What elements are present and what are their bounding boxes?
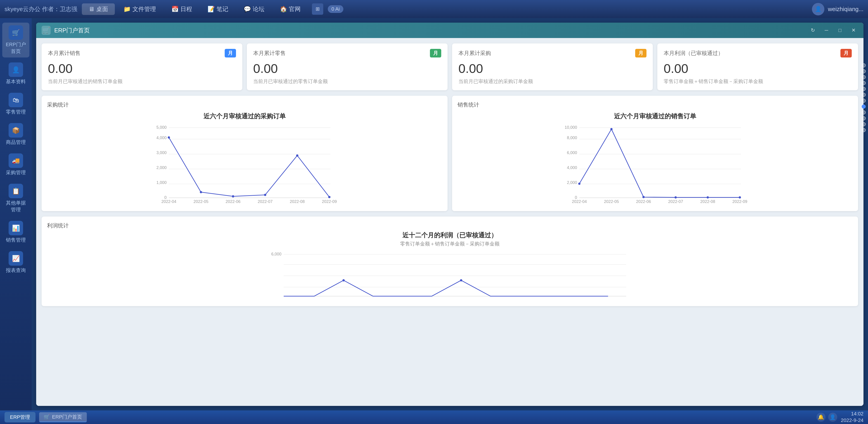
svg-point-23 xyxy=(296,154,298,157)
stat-value-1: 0.00 xyxy=(253,61,441,76)
sidebar-item-report[interactable]: 📈报表查询 xyxy=(2,248,29,277)
taskbar-app-erp-home-tab[interactable]: 🛒ERP门户首页 xyxy=(39,412,87,422)
close-button[interactable]: ✕ xyxy=(849,26,858,35)
user-area: 👤 weizhiqiang... xyxy=(812,3,864,16)
svg-text:2022-05: 2022-05 xyxy=(193,199,209,204)
window-controls: ↻ ─ □ ✕ xyxy=(808,26,858,35)
stat-card-monthly-retail: 本月累计零售 月 0.00 当前月已审核通过的零售订单金额 xyxy=(247,44,447,90)
screen-icon[interactable]: ⊞ xyxy=(312,3,323,15)
svg-text:2022-04: 2022-04 xyxy=(161,199,176,204)
nav-item-filemanager[interactable]: 📁文件管理 xyxy=(117,3,163,15)
nav-item-notes[interactable]: 📝笔记 xyxy=(201,3,235,15)
scroll-dot-1[interactable] xyxy=(862,69,866,73)
scroll-dot-0[interactable] xyxy=(862,63,866,67)
svg-text:2022-05: 2022-05 xyxy=(604,199,619,204)
svg-text:2022-09: 2022-09 xyxy=(733,199,747,204)
start-button[interactable]: ERP管理 xyxy=(4,412,35,422)
sidebar-label-retail: 零售管理 xyxy=(6,109,26,115)
scroll-dot-11[interactable] xyxy=(862,128,866,132)
scroll-dot-2[interactable] xyxy=(862,75,866,79)
stat-badge-3: 月 xyxy=(840,49,852,57)
sidebar-item-sales[interactable]: 📊销售管理 xyxy=(2,218,29,246)
scroll-dot-10[interactable] xyxy=(862,122,866,126)
svg-point-21 xyxy=(232,195,234,198)
stat-desc-1: 当前月已审核通过的零售订单金额 xyxy=(253,78,441,85)
svg-text:2022-09: 2022-09 xyxy=(322,199,337,204)
svg-point-19 xyxy=(168,136,170,139)
stat-desc-0: 当前月已审核通过的销售订单金额 xyxy=(48,78,236,85)
svg-point-58 xyxy=(460,279,462,281)
svg-point-22 xyxy=(264,194,266,196)
stat-card-monthly-profit: 本月利润（已审核通过） 月 0.00 零售订单金额＋销售订单金额－采购订单金额 xyxy=(657,44,858,90)
sidebar-label-basic: 基本资料 xyxy=(6,78,26,85)
charts-row: 采购统计 近六个月审核通过的采购订单 0 1,000 2,000 3,000 4… xyxy=(41,96,858,211)
scroll-dot-9[interactable] xyxy=(862,116,866,120)
sidebar: 🛒ERP门户首页👤基本资料🛍零售管理📦商品管理🚚采购管理📋其他单据管理📊销售管理… xyxy=(0,18,32,411)
stat-value-0: 0.00 xyxy=(48,61,236,76)
svg-text:2,000: 2,000 xyxy=(567,180,577,185)
svg-text:6,000: 6,000 xyxy=(567,150,577,155)
minimize-button[interactable]: ─ xyxy=(822,26,831,35)
sidebar-icon-purchase: 🚚 xyxy=(8,153,23,168)
window-title-icon: 🛒 xyxy=(41,26,51,35)
nav-item-desktop[interactable]: 🖥桌面 xyxy=(82,3,115,15)
svg-point-49 xyxy=(739,196,741,199)
svg-text:2022-07: 2022-07 xyxy=(258,199,273,204)
sidebar-item-retail[interactable]: 🛍零售管理 xyxy=(2,90,29,118)
taskbar-bottom: ERP管理 🛒ERP门户首页 🔔 👤 14:02 2022-9-24 xyxy=(0,411,868,424)
nav-item-official[interactable]: 🏠官网 xyxy=(273,3,307,15)
svg-text:4,000: 4,000 xyxy=(156,136,166,140)
bottom-time: 14:02 2022-9-24 xyxy=(841,411,864,424)
sidebar-item-basic[interactable]: 👤基本资料 xyxy=(2,60,29,88)
maximize-button[interactable]: □ xyxy=(835,26,844,35)
purchase-section-title: 采购统计 xyxy=(47,101,442,108)
scroll-dot-6[interactable] xyxy=(862,98,866,103)
refresh-button[interactable]: ↻ xyxy=(808,26,817,35)
svg-point-44 xyxy=(578,182,581,185)
svg-text:2022-04: 2022-04 xyxy=(572,199,587,204)
scroll-dot-5[interactable] xyxy=(862,93,866,97)
scroll-dot-7[interactable] xyxy=(862,105,866,109)
stat-badge-2: 月 xyxy=(635,49,647,57)
sales-chart-svg: 0 2,000 4,000 6,000 8,000 10,000 xyxy=(458,124,852,206)
sidebar-icon-basic: 👤 xyxy=(8,62,23,77)
sidebar-item-erp-home[interactable]: 🛒ERP门户首页 xyxy=(2,23,29,57)
date-display: 2022-9-24 xyxy=(841,417,864,424)
profit-chart-subtitle: 零售订单金额＋销售订单金额－采购订单金额 xyxy=(47,241,852,247)
purchase-chart-svg: 0 1,000 2,000 3,000 4,000 5,000 xyxy=(47,124,442,206)
sidebar-icon-goods: 📦 xyxy=(8,123,23,138)
svg-point-20 xyxy=(200,191,202,193)
sidebar-item-purchase[interactable]: 🚚采购管理 xyxy=(2,151,29,179)
user-icon[interactable]: 👤 xyxy=(828,413,837,422)
sidebar-item-goods[interactable]: 📦商品管理 xyxy=(2,120,29,148)
scroll-dot-4[interactable] xyxy=(862,87,866,91)
sidebar-label-report: 报表查询 xyxy=(6,267,26,274)
nav-item-schedule[interactable]: 📅日程 xyxy=(164,3,199,15)
svg-point-46 xyxy=(643,196,645,198)
scroll-dot-8[interactable] xyxy=(862,110,866,114)
svg-point-47 xyxy=(675,196,677,199)
sidebar-icon-erp-home: 🛒 xyxy=(8,25,23,40)
svg-text:2022-06: 2022-06 xyxy=(225,199,241,204)
stat-desc-3: 零售订单金额＋销售订单金额－采购订单金额 xyxy=(664,78,852,85)
profit-chart-container: 6,000 xyxy=(47,251,852,301)
svg-text:2022-08: 2022-08 xyxy=(290,199,305,204)
profit-section-title: 利润统计 xyxy=(47,222,852,229)
sidebar-icon-sales: 📊 xyxy=(8,221,23,235)
svg-point-48 xyxy=(707,196,709,199)
sidebar-item-other[interactable]: 📋其他单据管理 xyxy=(2,181,29,216)
stat-title-0: 本月累计销售 xyxy=(48,50,81,57)
sales-chart-title: 近六个月审核通过的销售订单 xyxy=(458,112,852,121)
taskbar-top: skyeye云办公 作者：卫志强 🖥桌面📁文件管理📅日程📝笔记💬论坛🏠官网 ⊞ … xyxy=(0,0,868,18)
scroll-dot-3[interactable] xyxy=(862,81,866,85)
nav-item-forum[interactable]: 💬论坛 xyxy=(237,3,271,15)
svg-text:4,000: 4,000 xyxy=(567,165,577,170)
svg-text:0: 0 xyxy=(164,195,166,200)
sidebar-label-erp-home: ERP门户首页 xyxy=(4,41,28,55)
username: weizhiqiang... xyxy=(828,6,864,13)
taskbar-app-label-erp-home-tab: ERP门户首页 xyxy=(52,414,82,420)
stat-title-2: 本月累计采购 xyxy=(458,50,491,57)
brand-label: skyeye云办公 作者：卫志强 xyxy=(4,5,77,13)
stat-card-monthly-sales: 本月累计销售 月 0.00 当前月已审核通过的销售订单金额 xyxy=(41,44,242,90)
notification-icon[interactable]: 🔔 xyxy=(816,413,826,422)
